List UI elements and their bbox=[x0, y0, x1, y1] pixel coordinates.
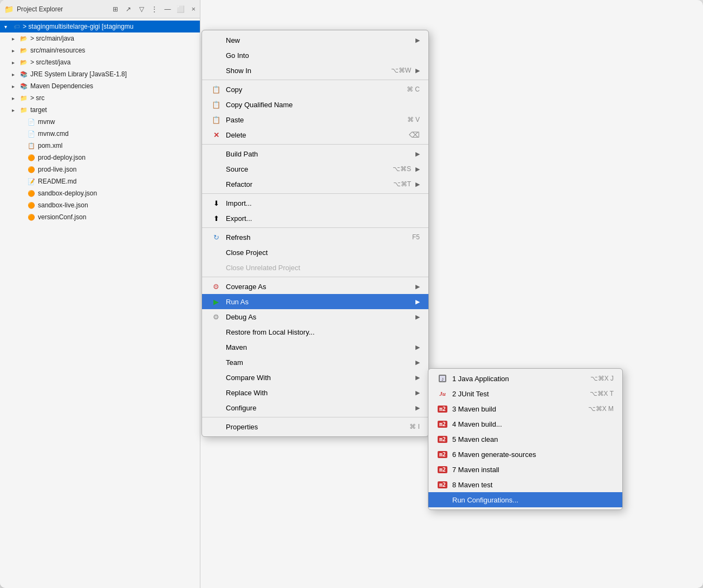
compare-icon bbox=[211, 372, 222, 383]
menu-item-label: Build Path bbox=[226, 150, 411, 158]
maximize-icon[interactable]: ⬜ bbox=[175, 4, 186, 15]
item-label: sandbox-deploy.json bbox=[38, 190, 97, 197]
menu-item-copy-qualified[interactable]: 📋 Copy Qualified Name bbox=[202, 97, 428, 112]
item-label: pom.xml bbox=[38, 142, 62, 149]
submenu-arrow: ▶ bbox=[415, 151, 420, 158]
menu-item-debug-as[interactable]: ⚙ Debug As ▶ bbox=[202, 309, 428, 324]
menu-item-label: Refactor bbox=[226, 180, 382, 188]
list-item[interactable]: 🟠 sandbox-deploy.json bbox=[0, 187, 200, 199]
menu-item-close-unrelated[interactable]: Close Unrelated Project bbox=[202, 260, 428, 275]
list-item[interactable]: 📚 Maven Dependencies bbox=[0, 80, 200, 92]
menu-item-import[interactable]: ⬇ Import... bbox=[202, 195, 428, 211]
arrow-icon bbox=[12, 60, 19, 66]
item-label: > src/main/java bbox=[30, 35, 74, 42]
menu-item-refactor[interactable]: Refactor ⌥⌘T ▶ bbox=[202, 177, 428, 192]
menu-item-label: Close Unrelated Project bbox=[226, 264, 420, 272]
menu-item-properties[interactable]: Properties ⌘ I bbox=[202, 419, 428, 434]
panel-close-button[interactable]: × bbox=[191, 5, 196, 13]
submenu-item-label: 1 Java Application bbox=[452, 375, 590, 383]
menu-item-source[interactable]: Source ⌥⌘S ▶ bbox=[202, 161, 428, 177]
submenu-item-label: 8 Maven test bbox=[452, 481, 614, 489]
link-icon[interactable]: ↗ bbox=[123, 4, 134, 15]
menu-item-refresh[interactable]: ↻ Refresh F5 bbox=[202, 230, 428, 245]
item-label: Maven Dependencies bbox=[30, 82, 93, 90]
submenu-item-maven-install[interactable]: m2 7 Maven install bbox=[428, 462, 622, 477]
project-panel: 📁 Project Explorer ⊞ ↗ ▽ ⋮ — ⬜ × 🏷 > sta… bbox=[0, 0, 200, 588]
arrow-icon bbox=[12, 83, 19, 89]
folder-icon: 📁 bbox=[19, 94, 28, 102]
more-icon[interactable]: ⋮ bbox=[149, 4, 160, 15]
sync-icon[interactable]: ⊞ bbox=[110, 4, 121, 15]
item-label: src/main/resources bbox=[30, 47, 85, 54]
submenu-item-label: 5 Maven clean bbox=[452, 435, 614, 443]
submenu-item-maven-generate[interactable]: m2 6 Maven generate-sources bbox=[428, 447, 622, 462]
submenu-arrow: ▶ bbox=[415, 404, 420, 411]
configure-icon bbox=[211, 402, 222, 413]
submenu-item-maven-test[interactable]: m2 8 Maven test bbox=[428, 477, 622, 492]
go-into-icon bbox=[211, 50, 222, 61]
menu-item-paste[interactable]: 📋 Paste ⌘ V bbox=[202, 112, 428, 127]
list-item[interactable]: 📂 src/main/resources bbox=[0, 44, 200, 56]
list-item[interactable]: 📝 README.md bbox=[0, 175, 200, 187]
submenu-item-java-app[interactable]: J 1 Java Application ⌥⌘X J bbox=[428, 371, 622, 386]
tree-root-item[interactable]: 🏷 > stagingmultisitelarge-gigi [stagingm… bbox=[0, 21, 200, 32]
filter-icon[interactable]: ▽ bbox=[136, 4, 147, 15]
menu-item-restore-history[interactable]: Restore from Local History... bbox=[202, 324, 428, 339]
menu-item-configure[interactable]: Configure ▶ bbox=[202, 400, 428, 415]
menu-item-compare-with[interactable]: Compare With ▶ bbox=[202, 370, 428, 385]
menu-item-delete[interactable]: ✕ Delete ⌫ bbox=[202, 127, 428, 142]
list-item[interactable]: 🟠 sandbox-live.json bbox=[0, 199, 200, 211]
xml-icon: 📋 bbox=[27, 141, 36, 150]
item-label: versionConf.json bbox=[38, 213, 86, 221]
arrow-icon bbox=[12, 71, 19, 77]
menu-item-show-in[interactable]: Show In ⌥⌘W ▶ bbox=[202, 63, 428, 78]
list-item[interactable]: 📁 target bbox=[0, 104, 200, 116]
submenu-item-junit[interactable]: Ju 2 JUnit Test ⌥⌘X T bbox=[428, 386, 622, 401]
list-item[interactable]: 📄 mvnw.cmd bbox=[0, 128, 200, 140]
folder-icon: 📂 bbox=[19, 34, 28, 43]
menu-item-new[interactable]: New ▶ bbox=[202, 32, 428, 48]
folder-icon: 📁 bbox=[19, 106, 28, 114]
menu-item-label: New bbox=[226, 36, 411, 44]
item-label: sandbox-live.json bbox=[38, 201, 88, 209]
menu-item-replace-with[interactable]: Replace With ▶ bbox=[202, 385, 428, 400]
new-icon bbox=[211, 35, 222, 45]
source-icon bbox=[211, 164, 222, 174]
submenu-item-maven-clean[interactable]: m2 5 Maven clean bbox=[428, 432, 622, 447]
menu-item-close-project[interactable]: Close Project bbox=[202, 245, 428, 260]
list-item[interactable]: 📁 > src bbox=[0, 92, 200, 104]
menu-separator bbox=[202, 417, 428, 417]
menu-item-run-as[interactable]: ▶ Run As ▶ bbox=[202, 294, 428, 309]
submenu-item-run-configs[interactable]: Run Configurations... bbox=[428, 492, 622, 507]
shortcut-label: ⌘ V bbox=[407, 116, 420, 123]
shortcut-label: ⌘ C bbox=[407, 86, 420, 93]
menu-item-copy[interactable]: 📋 Copy ⌘ C bbox=[202, 82, 428, 97]
menu-item-maven[interactable]: Maven ▶ bbox=[202, 339, 428, 355]
submenu-arrow: ▶ bbox=[415, 389, 420, 396]
submenu-arrow: ▶ bbox=[415, 374, 420, 381]
menu-item-team[interactable]: Team ▶ bbox=[202, 355, 428, 370]
list-item[interactable]: 📚 JRE System Library [JavaSE-1.8] bbox=[0, 68, 200, 80]
m2-icon: m2 bbox=[437, 419, 448, 429]
list-item[interactable]: 📄 mvnw bbox=[0, 116, 200, 128]
export-icon: ⬆ bbox=[211, 213, 222, 224]
list-item[interactable]: 🟠 prod-live.json bbox=[0, 164, 200, 175]
menu-item-go-into[interactable]: Go Into bbox=[202, 48, 428, 63]
submenu-item-maven-build[interactable]: m2 3 Maven build ⌥⌘X M bbox=[428, 401, 622, 416]
list-item[interactable]: 📂 > src/main/java bbox=[0, 32, 200, 44]
folder-icon: 📂 bbox=[19, 58, 28, 67]
menu-item-coverage-as[interactable]: ⚙ Coverage As ▶ bbox=[202, 279, 428, 294]
menu-item-label: Team bbox=[226, 358, 411, 367]
menu-item-build-path[interactable]: Build Path ▶ bbox=[202, 146, 428, 161]
coverage-icon: ⚙ bbox=[211, 281, 222, 292]
minimize-icon[interactable]: — bbox=[162, 4, 173, 15]
list-item[interactable]: 🟠 versionConf.json bbox=[0, 211, 200, 223]
submenu-item-maven-build2[interactable]: m2 4 Maven build... bbox=[428, 416, 622, 432]
list-item[interactable]: 📋 pom.xml bbox=[0, 140, 200, 152]
list-item[interactable]: 📂 > src/test/java bbox=[0, 56, 200, 68]
submenu-item-label: Run Configurations... bbox=[452, 496, 614, 504]
submenu-item-label: 7 Maven install bbox=[452, 466, 614, 474]
root-label: > stagingmultisitelarge-gigi [stagingmu bbox=[23, 23, 133, 30]
menu-item-export[interactable]: ⬆ Export... bbox=[202, 211, 428, 226]
list-item[interactable]: 🟠 prod-deploy.json bbox=[0, 152, 200, 164]
